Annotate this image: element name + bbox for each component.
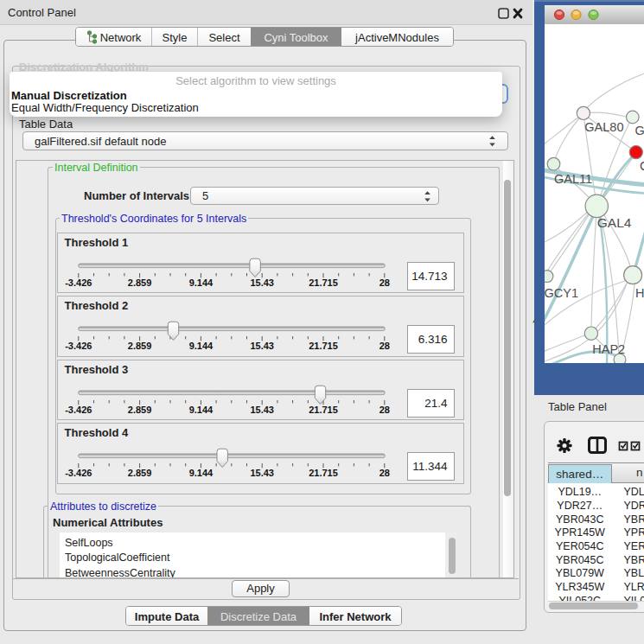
svg-text:15.43: 15.43 (250, 405, 274, 415)
svg-text:28: 28 (379, 468, 389, 478)
svg-text:21.715: 21.715 (309, 341, 338, 351)
svg-text:9.144: 9.144 (188, 468, 213, 478)
svg-text:HAP2: HAP2 (592, 342, 625, 356)
svg-text:GAL11: GAL11 (554, 172, 592, 186)
svg-text:9.144: 9.144 (188, 277, 213, 288)
svg-text:GAL1: GAL1 (635, 124, 644, 137)
svg-text:28: 28 (379, 341, 389, 351)
svg-text:28: 28 (379, 405, 389, 415)
svg-text:15.43: 15.43 (250, 277, 274, 288)
svg-text:GCY1: GCY1 (545, 286, 578, 300)
svg-text:9.144: 9.144 (188, 341, 213, 351)
svg-text:9.144: 9.144 (188, 405, 213, 415)
svg-text:GAL4: GAL4 (597, 215, 632, 230)
svg-text:15.43: 15.43 (250, 341, 274, 351)
svg-text:H: H (635, 286, 644, 300)
svg-text:2.859: 2.859 (127, 341, 151, 351)
svg-text:21.715: 21.715 (309, 468, 338, 478)
svg-text:C: C (640, 159, 644, 173)
svg-text:-3.426: -3.426 (65, 405, 92, 415)
svg-text:-3.426: -3.426 (65, 277, 92, 288)
svg-text:21.715: 21.715 (309, 405, 338, 415)
svg-text:2.859: 2.859 (127, 405, 151, 415)
svg-text:2.859: 2.859 (127, 468, 151, 478)
svg-text:GAL80: GAL80 (584, 120, 623, 134)
svg-text:-3.426: -3.426 (65, 341, 92, 351)
svg-text:21.715: 21.715 (309, 277, 338, 288)
svg-text:28: 28 (379, 277, 389, 288)
svg-text:15.43: 15.43 (250, 468, 274, 478)
svg-text:2.859: 2.859 (127, 277, 151, 288)
svg-text:-3.426: -3.426 (65, 468, 92, 478)
